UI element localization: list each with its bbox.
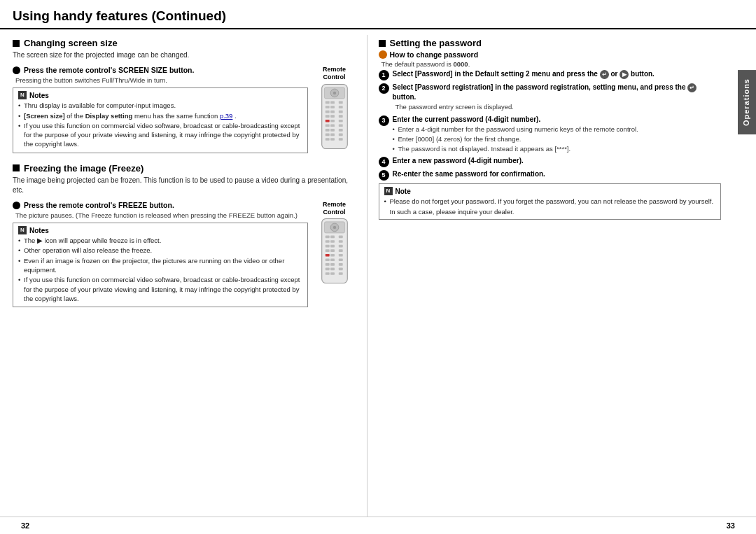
password-step-2: 2 Select [Password registration] in the … xyxy=(379,83,722,112)
svg-rect-56 xyxy=(325,268,329,271)
step-3-text: Enter the current password (4-digit numb… xyxy=(393,115,541,123)
how-desc: The default password is 0000. xyxy=(379,59,722,69)
note-item-1: Thru display is available for computer-i… xyxy=(18,101,302,110)
svg-rect-16 xyxy=(325,119,329,122)
orange-circle-icon xyxy=(379,50,387,59)
svg-rect-27 xyxy=(338,133,342,136)
freeze-note-2: Other operation will also release the fr… xyxy=(18,246,302,255)
svg-rect-40 xyxy=(338,241,342,244)
svg-rect-19 xyxy=(325,124,329,127)
page-header: Using handy features (Continued) xyxy=(0,0,756,29)
step3-sub-2: Enter [0000] (4 zeros) for the first cha… xyxy=(393,134,722,143)
freeze-note-4: If you use this function on commercial v… xyxy=(18,275,302,303)
svg-rect-49 xyxy=(338,254,342,257)
svg-rect-25 xyxy=(325,133,329,136)
note-item-2: [Screen size] of the Display setting men… xyxy=(18,111,302,120)
black-square-icon-right xyxy=(379,40,386,47)
svg-rect-46 xyxy=(338,250,342,253)
section1-notes-title: N Notes xyxy=(18,91,302,99)
svg-rect-58 xyxy=(338,268,342,271)
svg-rect-20 xyxy=(330,124,335,127)
section2-step1-heading: Press the remote control's FREEZE button… xyxy=(13,201,308,209)
password-step-3: 3 Enter the current password (4-digit nu… xyxy=(379,115,722,155)
black-square-icon-2 xyxy=(13,164,20,171)
remote-svg-2 xyxy=(314,218,356,284)
page-num-left: 32 xyxy=(21,521,29,530)
section-setting-password: Setting the password How to change passw… xyxy=(379,38,722,223)
remote-svg-1 xyxy=(314,83,356,150)
svg-rect-23 xyxy=(330,129,335,132)
svg-rect-9 xyxy=(338,106,342,108)
svg-rect-50 xyxy=(325,259,329,262)
note-icon-right: N xyxy=(384,187,393,195)
section2-with-remote: Press the remote control's FREEZE button… xyxy=(13,198,356,310)
svg-rect-47 xyxy=(325,254,329,257)
svg-rect-43 xyxy=(338,245,342,248)
svg-rect-15 xyxy=(338,115,342,118)
page-footer: 32 33 xyxy=(0,517,756,534)
svg-rect-45 xyxy=(330,250,335,253)
step-num-1: 1 xyxy=(379,70,389,80)
svg-rect-12 xyxy=(338,110,342,113)
section-freezing-image: Freezing the image (Freeze) The image be… xyxy=(13,163,356,310)
freeze-note-1: The ▶ icon will appear while freeze is i… xyxy=(18,236,302,245)
enter-btn-icon-3: ↵ xyxy=(687,83,696,92)
right-column: Setting the password How to change passw… xyxy=(368,35,757,517)
section2-step1-desc: The picture pauses. (The Freeze function… xyxy=(13,211,308,220)
section1-step1-desc: Pressing the button switches Full/Thru/W… xyxy=(13,76,308,85)
svg-rect-10 xyxy=(325,110,329,113)
remote-label-2: RemoteControl xyxy=(323,201,346,216)
svg-rect-44 xyxy=(325,250,329,253)
remote-section-1: RemoteControl xyxy=(314,66,356,150)
step-num-2: 2 xyxy=(379,83,389,94)
svg-rect-39 xyxy=(330,241,335,244)
svg-rect-30 xyxy=(338,138,342,141)
section2-desc: The image being projected can be frozen.… xyxy=(13,176,356,195)
password-step-4: 4 Enter a new password (4-digit number). xyxy=(379,156,722,167)
black-square-icon xyxy=(13,40,20,47)
step-num-4: 4 xyxy=(379,157,389,167)
page-num-right: 33 xyxy=(727,521,735,530)
svg-rect-18 xyxy=(338,119,342,122)
step-2-text: Select [Password registration] in the pa… xyxy=(393,83,697,101)
note-item-3: If you use this function on commercial v… xyxy=(18,121,302,149)
section2-notes-title: N Notes xyxy=(18,226,302,234)
section2-text: Press the remote control's FREEZE button… xyxy=(13,198,308,310)
main-content: Changing screen size The screen size for… xyxy=(0,35,756,517)
section-title-right: Setting the password xyxy=(379,38,722,48)
bullet-circle-icon xyxy=(13,66,20,74)
step-5-text: Re-enter the same password for confirmat… xyxy=(393,169,722,179)
svg-rect-24 xyxy=(338,129,342,132)
section-changing-screen-size: Changing screen size The screen size for… xyxy=(13,38,356,156)
how-to-change-heading: How to change password xyxy=(379,50,722,59)
note-icon-2: N xyxy=(18,226,27,234)
svg-rect-21 xyxy=(338,124,342,127)
step-4-text: Enter a new password (4-digit number). xyxy=(393,156,722,166)
svg-rect-35 xyxy=(325,236,329,239)
password-step-5: 5 Re-enter the same password for confirm… xyxy=(379,169,722,181)
password-note-box: N Note Please do not forget your passwor… xyxy=(379,183,722,220)
section1-text: Press the remote control's SCREEN SIZE b… xyxy=(13,63,308,156)
svg-rect-37 xyxy=(338,236,342,239)
note-icon: N xyxy=(18,91,27,99)
step-2-sub: The password entry screen is displayed. xyxy=(393,102,722,111)
svg-rect-5 xyxy=(330,101,335,104)
password-note-title: N Note xyxy=(384,187,716,195)
section2-notes-box: N Notes The ▶ icon will appear while fre… xyxy=(13,223,308,307)
svg-rect-29 xyxy=(330,138,335,141)
operations-tab: Operations xyxy=(738,70,756,134)
password-step-1: 1 Select [Password] in the Default setti… xyxy=(379,69,722,80)
password-note-1: Please do not forget your password. If y… xyxy=(384,197,716,206)
svg-rect-4 xyxy=(325,101,329,104)
svg-rect-52 xyxy=(338,259,342,262)
page-wrapper: Using handy features (Continued) Changin… xyxy=(0,0,756,534)
section-title-2: Freezing the image (Freeze) xyxy=(13,163,356,174)
page-title: Using handy features (Continued) xyxy=(13,8,743,24)
section1-step1-heading: Press the remote control's SCREEN SIZE b… xyxy=(13,66,308,74)
section1-desc: The screen size for the projected image … xyxy=(13,50,356,60)
step-num-5: 5 xyxy=(379,170,389,181)
password-note-2: In such a case, please inquire your deal… xyxy=(384,207,716,216)
section-title-1: Changing screen size xyxy=(13,38,356,48)
section1-notes-box: N Notes Thru display is available for co… xyxy=(13,87,308,153)
svg-point-34 xyxy=(332,226,335,229)
